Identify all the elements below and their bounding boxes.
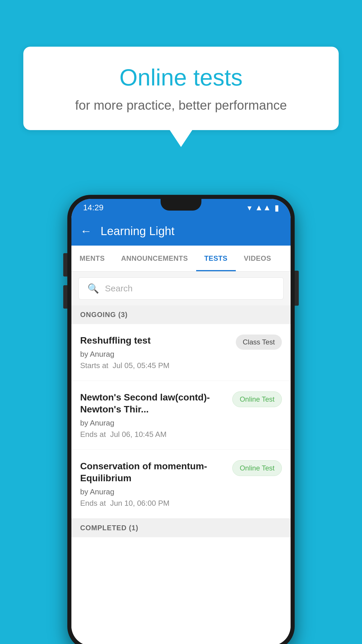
test-title-1: Reshuffling test [80, 335, 230, 347]
tab-tests[interactable]: TESTS [196, 246, 236, 271]
search-input[interactable]: Search [105, 284, 133, 293]
tabs-container: MENTS ANNOUNCEMENTS TESTS VIDEOS [71, 246, 291, 272]
test-info-3: Conservation of momentum-Equilibrium by … [80, 460, 232, 508]
back-button[interactable]: ← [80, 225, 92, 238]
tab-ments[interactable]: MENTS [71, 246, 113, 271]
speech-bubble: Online tests for more practice, better p… [23, 47, 339, 130]
speech-bubble-tail [169, 130, 193, 147]
ongoing-section-header: ONGOING (3) [71, 305, 291, 324]
status-icons: ▾ ▲▲ ▮ [247, 203, 279, 213]
badge-class-test-1: Class Test [236, 335, 282, 350]
badge-online-test-2: Online Test [232, 391, 282, 407]
volume-down-button [63, 285, 67, 309]
speech-bubble-title: Online tests [47, 64, 315, 91]
test-title-3: Conservation of momentum-Equilibrium [80, 460, 226, 484]
status-time: 14:29 [83, 203, 103, 212]
power-button [295, 271, 299, 306]
test-title-2: Newton's Second law(contd)-Newton's Thir… [80, 391, 226, 416]
test-info-1: Reshuffling test by Anurag Starts at Jul… [80, 335, 236, 370]
volume-up-button [63, 253, 67, 276]
test-list: Reshuffling test by Anurag Starts at Jul… [71, 324, 291, 644]
app-bar-title: Learning Light [101, 225, 175, 238]
speech-bubble-container: Online tests for more practice, better p… [23, 47, 339, 147]
app-bar: ← Learning Light [71, 216, 291, 246]
test-date-1: Starts at Jul 05, 05:45 PM [80, 361, 230, 370]
test-date-3: Ends at Jun 10, 06:00 PM [80, 499, 226, 508]
tab-announcements[interactable]: ANNOUNCEMENTS [113, 246, 196, 271]
test-info-2: Newton's Second law(contd)-Newton's Thir… [80, 391, 232, 439]
test-author-2: by Anurag [80, 419, 226, 428]
phone-frame: 14:29 ▾ ▲▲ ▮ ← Learning Light MENTS ANNO… [67, 195, 295, 644]
search-icon: 🔍 [87, 283, 99, 294]
battery-icon: ▮ [275, 203, 279, 213]
completed-section-header: COMPLETED (1) [71, 519, 291, 537]
signal-icon: ▲▲ [255, 203, 271, 212]
tab-videos[interactable]: VIDEOS [236, 246, 280, 271]
speech-bubble-subtitle: for more practice, better performance [47, 98, 315, 113]
camera-notch [161, 199, 201, 211]
search-bar[interactable]: 🔍 Search [78, 277, 284, 300]
badge-online-test-3: Online Test [232, 460, 282, 476]
test-author-1: by Anurag [80, 350, 230, 359]
wifi-icon: ▾ [247, 203, 252, 213]
test-date-2: Ends at Jul 06, 10:45 AM [80, 430, 226, 439]
test-item-1[interactable]: Reshuffling test by Anurag Starts at Jul… [71, 324, 291, 381]
test-item-3[interactable]: Conservation of momentum-Equilibrium by … [71, 450, 291, 519]
phone-screen: 14:29 ▾ ▲▲ ▮ ← Learning Light MENTS ANNO… [71, 199, 291, 644]
test-item-2[interactable]: Newton's Second law(contd)-Newton's Thir… [71, 381, 291, 450]
test-author-3: by Anurag [80, 487, 226, 496]
search-container: 🔍 Search [71, 272, 291, 305]
